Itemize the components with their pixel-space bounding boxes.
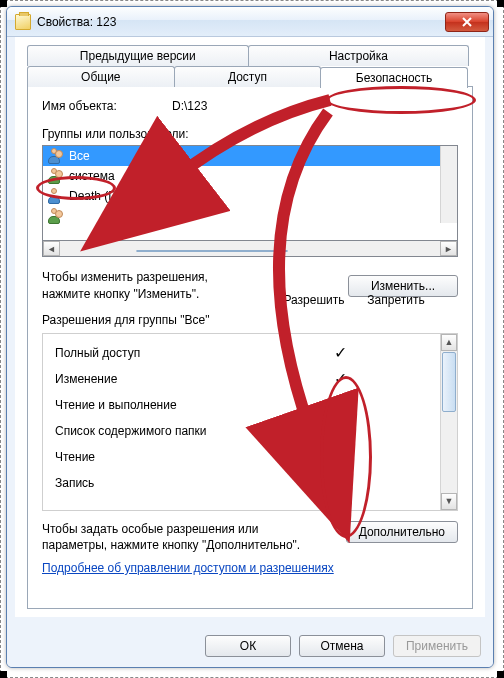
list-item[interactable]: Death (Death-C2D\Death) <box>43 186 457 206</box>
scroll-up-icon[interactable]: ▲ <box>441 334 457 351</box>
object-name-row: Имя объекта: D:\123 <box>42 99 458 113</box>
groups-listbox[interactable]: Все система Death (Death-C2D\Death) <box>42 145 458 241</box>
vertical-scrollbar[interactable]: ▲ ▼ <box>440 334 457 510</box>
scroll-thumb[interactable] <box>136 250 288 252</box>
close-button[interactable] <box>445 12 489 32</box>
permission-row: Полный доступ ✓ <box>55 340 457 366</box>
tab-general[interactable]: Общие <box>27 66 175 87</box>
list-item-label: Death (Death-C2D\Death) <box>69 189 208 203</box>
security-tab-panel: Имя объекта: D:\123 Группы или пользоват… <box>27 86 473 609</box>
ok-button[interactable]: ОК <box>205 635 291 657</box>
dialog-button-row: ОК Отмена Применить <box>7 625 493 667</box>
users-group-icon <box>47 148 63 164</box>
corner-marker <box>0 671 7 678</box>
permission-name: Полный доступ <box>55 346 301 360</box>
permission-row: Чтение и выполнение ✓ <box>55 392 457 418</box>
window-title: Свойства: 123 <box>37 15 445 29</box>
allow-check-icon: ✓ <box>301 369 379 388</box>
advanced-hint-text: Чтобы задать особые разрешения или парам… <box>42 521 312 553</box>
permission-name: Запись <box>55 476 301 490</box>
permission-row: Изменение ✓ <box>55 366 457 392</box>
permission-row: Список содержимого папки ✓ <box>55 418 457 444</box>
tab-security[interactable]: Безопасность <box>320 67 468 88</box>
permission-name: Чтение <box>55 450 301 464</box>
col-deny: Запретить <box>360 293 432 307</box>
corner-marker <box>0 0 7 7</box>
object-name-label: Имя объекта: <box>42 99 172 113</box>
tab-customize[interactable]: Настройка <box>248 45 470 66</box>
cancel-button[interactable]: Отмена <box>299 635 385 657</box>
list-item[interactable] <box>43 206 457 226</box>
user-icon <box>47 188 63 204</box>
title-bar[interactable]: Свойства: 123 <box>7 7 493 37</box>
learn-more-link[interactable]: Подробнее об управлении доступом и разре… <box>42 561 458 575</box>
corner-marker <box>497 671 504 678</box>
window-body: Предыдущие версии Настройка Общие Доступ… <box>7 37 493 625</box>
advanced-button[interactable]: Дополнительно <box>346 521 458 543</box>
close-icon <box>462 17 472 27</box>
folder-icon <box>15 14 31 30</box>
properties-window: Свойства: 123 Предыдущие версии Настройк… <box>6 6 494 668</box>
horizontal-scrollbar[interactable]: ◄ ► <box>42 240 458 257</box>
users-group-icon <box>47 208 63 224</box>
corner-marker <box>497 0 504 7</box>
tab-previous-versions[interactable]: Предыдущие версии <box>27 45 249 66</box>
scroll-right-icon[interactable]: ► <box>440 241 457 256</box>
change-permissions-text: Чтобы изменить разрешения, нажмите кнопк… <box>42 269 208 303</box>
list-item[interactable]: Все <box>43 146 457 166</box>
list-item-label: Все <box>69 149 90 163</box>
permission-name: Изменение <box>55 372 301 386</box>
users-group-icon <box>47 168 63 184</box>
apply-button[interactable]: Применить <box>393 635 481 657</box>
permissions-column-headers: Разрешить Запретить <box>278 293 432 307</box>
list-item-label: система <box>69 169 115 183</box>
allow-check-icon: ✓ <box>301 343 379 362</box>
vertical-scrollbar[interactable] <box>440 146 457 223</box>
allow-check-icon: ✓ <box>301 473 379 492</box>
permission-row: Чтение ✓ <box>55 444 457 470</box>
list-item[interactable]: система <box>43 166 457 186</box>
permission-name: Список содержимого папки <box>55 424 301 438</box>
permission-row: Запись ✓ <box>55 470 457 496</box>
groups-label: Группы или пользователи: <box>42 127 458 141</box>
permission-name: Чтение и выполнение <box>55 398 301 412</box>
scroll-down-icon[interactable]: ▼ <box>441 493 457 510</box>
permissions-for-label: Разрешения для группы "Все" <box>42 313 209 327</box>
col-allow: Разрешить <box>278 293 350 307</box>
object-name-value: D:\123 <box>172 99 207 113</box>
list-item-label <box>69 209 72 223</box>
tab-strip: Предыдущие версии Настройка Общие Доступ… <box>27 45 473 87</box>
scroll-left-icon[interactable]: ◄ <box>43 241 60 256</box>
permissions-listbox: Полный доступ ✓ Изменение ✓ Чтение и вып… <box>42 333 458 511</box>
tab-sharing[interactable]: Доступ <box>174 66 322 87</box>
allow-check-icon: ✓ <box>301 395 379 414</box>
allow-check-icon: ✓ <box>301 421 379 440</box>
scroll-thumb[interactable] <box>442 352 456 412</box>
allow-check-icon: ✓ <box>301 447 379 466</box>
